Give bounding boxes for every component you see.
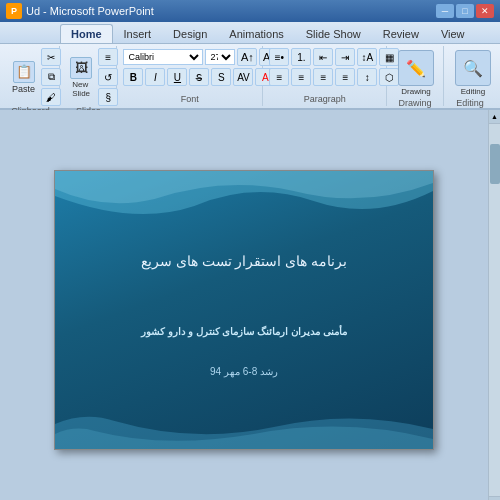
editing-content: 🔍 Editing <box>450 48 496 98</box>
tab-slideshow[interactable]: Slide Show <box>295 24 372 43</box>
bold-button[interactable]: B <box>123 68 143 86</box>
drawing-content: ✏️ Drawing <box>393 48 439 98</box>
font-size-select[interactable]: 27 <box>205 49 235 65</box>
cut-button[interactable]: ✂ <box>41 48 61 66</box>
italic-button[interactable]: I <box>145 68 165 86</box>
scroll-down-arrow[interactable]: ▼ <box>489 496 501 500</box>
underline-button[interactable]: U <box>167 68 187 86</box>
slide-date: رشد 8-6 مهر 94 <box>75 366 413 377</box>
increase-indent-button[interactable]: ⇥ <box>335 48 355 66</box>
editing-group: 🔍 Editing Editing <box>446 46 496 106</box>
copy-button[interactable]: ⧉ <box>41 68 61 86</box>
font-selector-row: Calibri 27 A↑ A↓ <box>123 48 279 66</box>
justify-button[interactable]: ≡ <box>335 68 355 86</box>
shadow-button[interactable]: S <box>211 68 231 86</box>
align-center-button[interactable]: ≡ <box>291 68 311 86</box>
slides-group: 🖼 NewSlide ≡ ↺ § Slides <box>62 46 117 106</box>
decrease-indent-button[interactable]: ⇤ <box>313 48 333 66</box>
slides-content: 🖼 NewSlide ≡ ↺ § <box>66 48 118 106</box>
align-row: ≡ ≡ ≡ ≡ ↕ ⬡ <box>269 68 399 86</box>
clipboard-mini-buttons: ✂ ⧉ 🖌 <box>41 48 61 106</box>
line-spacing-button[interactable]: ↕ <box>357 68 377 86</box>
format-painter-button[interactable]: 🖌 <box>41 88 61 106</box>
reset-button[interactable]: ↺ <box>98 68 118 86</box>
scroll-track[interactable] <box>489 124 500 496</box>
paragraph-content: ≡• 1. ⇤ ⇥ ↕A ▦ ≡ ≡ ≡ ≡ ↕ ⬡ <box>269 48 399 94</box>
tab-animations[interactable]: Animations <box>218 24 294 43</box>
align-right-button[interactable]: ≡ <box>313 68 333 86</box>
paragraph-group: ≡• 1. ⇤ ⇥ ↕A ▦ ≡ ≡ ≡ ≡ ↕ ⬡ Paragraph <box>265 46 387 106</box>
title-bar: P Ud - Microsoft PowerPoint ─ □ ✕ <box>0 0 500 22</box>
drawing-button[interactable]: ✏️ Drawing <box>393 48 439 98</box>
numbering-button[interactable]: 1. <box>291 48 311 66</box>
align-left-button[interactable]: ≡ <box>269 68 289 86</box>
drawing-icon: ✏️ <box>398 50 434 86</box>
bullets-button[interactable]: ≡• <box>269 48 289 66</box>
tab-review[interactable]: Review <box>372 24 430 43</box>
editing-button[interactable]: 🔍 Editing <box>450 48 496 98</box>
strikethrough-button[interactable]: S̶ <box>189 68 209 86</box>
section-button[interactable]: § <box>98 88 118 106</box>
font-group: Calibri 27 A↑ A↓ B I U S̶ S AV A Font <box>119 46 263 106</box>
list-row: ≡• 1. ⇤ ⇥ ↕A ▦ <box>269 48 399 66</box>
font-content: Calibri 27 A↑ A↓ B I U S̶ S AV A <box>123 48 279 94</box>
minimize-button[interactable]: ─ <box>436 4 454 18</box>
tab-insert[interactable]: Insert <box>113 24 163 43</box>
new-slide-icon: 🖼 <box>70 57 92 79</box>
slide-mini-buttons: ≡ ↺ § <box>98 48 118 106</box>
editing-icon: 🔍 <box>455 50 491 86</box>
clipboard-content: 📋 Paste ✂ ⧉ 🖌 <box>8 48 61 106</box>
window-title: Ud - Microsoft PowerPoint <box>26 5 432 17</box>
ribbon: 📋 Paste ✂ ⧉ 🖌 Clipboard 🖼 NewSlide ≡ ↺ §… <box>0 44 500 110</box>
maximize-button[interactable]: □ <box>456 4 474 18</box>
vertical-scrollbar[interactable]: ▲ ▼ <box>488 110 500 500</box>
tab-home[interactable]: Home <box>60 24 113 43</box>
tab-view[interactable]: View <box>430 24 476 43</box>
wave-bottom <box>55 399 433 449</box>
increase-font-button[interactable]: A↑ <box>237 48 257 66</box>
char-spacing-button[interactable]: AV <box>233 68 253 86</box>
wave-top <box>55 171 433 241</box>
paste-icon: 📋 <box>13 61 35 83</box>
main-area: برنامه های استقرار تست های سریع مأمنی مد… <box>0 110 500 500</box>
tab-design[interactable]: Design <box>162 24 218 43</box>
slide[interactable]: برنامه های استقرار تست های سریع مأمنی مد… <box>54 170 434 450</box>
slide-subtitle: مأمنی مدیران ارمائنگ سازمای کنترل و دارو… <box>75 326 413 337</box>
scroll-up-arrow[interactable]: ▲ <box>489 110 501 124</box>
new-slide-button[interactable]: 🖼 NewSlide <box>66 55 96 100</box>
clipboard-group: 📋 Paste ✂ ⧉ 🖌 Clipboard <box>4 46 60 106</box>
app-icon: P <box>6 3 22 19</box>
window-controls: ─ □ ✕ <box>436 4 494 18</box>
slide-canvas-area[interactable]: برنامه های استقرار تست های سریع مأمنی مد… <box>0 110 488 500</box>
ribbon-tabs: Home Insert Design Animations Slide Show… <box>0 22 500 44</box>
close-button[interactable]: ✕ <box>476 4 494 18</box>
slide-title: برنامه های استقرار تست های سریع <box>75 251 413 272</box>
paste-button[interactable]: 📋 Paste <box>8 59 39 96</box>
font-format-row: B I U S̶ S AV A <box>123 68 279 86</box>
drawing-group: ✏️ Drawing Drawing <box>389 46 444 106</box>
text-direction-button[interactable]: ↕A <box>357 48 377 66</box>
font-family-select[interactable]: Calibri <box>123 49 203 65</box>
layout-button[interactable]: ≡ <box>98 48 118 66</box>
scroll-thumb[interactable] <box>490 144 500 184</box>
